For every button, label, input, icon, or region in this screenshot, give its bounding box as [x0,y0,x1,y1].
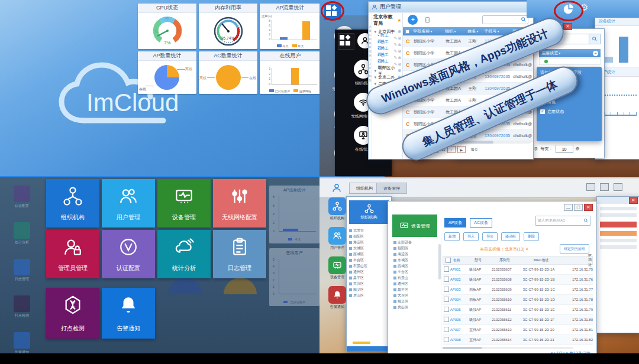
toolbar-button[interactable]: 新增 [444,232,460,241]
delete-icon[interactable]: ⊗ [398,49,401,54]
device-row[interactable]: AP001吸顶AP21023556073C-C7-99-15-2D-1A172.… [443,265,593,275]
tree-item[interactable]: 石景山 [393,275,438,281]
tile-dna[interactable]: 打点检测 [46,288,99,339]
tile-device[interactable]: 设备管理 [157,179,211,228]
toolbar-button[interactable]: 导出 [482,232,498,241]
app-logo-icon[interactable] [331,183,342,193]
tab-device[interactable]: 设备管理 [376,183,407,194]
tile-clipboard[interactable]: 日志管理 [213,230,266,278]
tab-organization[interactable]: 组织机构 [349,183,380,194]
row-checkbox[interactable] [444,277,449,282]
tree-item[interactable]: 房山区 [393,304,438,310]
caret-down-icon[interactable]: ▼ [373,76,377,79]
edit-pencil-icon[interactable]: ✎ [394,43,398,47]
tree-item[interactable]: 通州区 [349,269,389,275]
organization-tree[interactable]: 北京市朝阳区海淀区东城区西城区丰台区石景山区通州区昌平区大兴区顺义区房山区 [347,226,391,300]
add-column-icon[interactable]: + [593,51,598,56]
add-button[interactable] [408,15,418,25]
device-header[interactable]: 设备管理 [392,214,437,237]
tile-org-chart[interactable]: 组织机构 [46,179,99,228]
tree-item[interactable]: 朝阳区 [393,245,438,251]
edit-pencil-icon[interactable]: ✎ [394,36,398,41]
search-icon[interactable] [589,34,600,44]
bind-group-button[interactable]: 绑定到当前组 [560,244,589,254]
organization-header[interactable]: 组织机构 [349,200,389,224]
expand-icon[interactable]: ⊕ [398,68,402,73]
caret-down-icon[interactable]: ▼ [373,69,377,73]
tree-item[interactable]: 海淀区 [393,251,438,257]
tile-users[interactable]: 用户管理 [102,179,155,228]
sidebar-item-org-chart[interactable]: 组织机构 [327,197,348,221]
column-header[interactable]: 名称 [453,258,475,263]
tree-item[interactable]: 石景山区 [349,263,389,269]
device-row[interactable]: AP008室外AP21023556143C-C7-99-15-2D-21172.… [443,335,593,345]
delete-icon[interactable]: ⊗ [398,62,401,67]
tree-item[interactable]: 大兴区 [393,292,438,298]
device-row[interactable]: AP006吸顶AP21023556123C-C7-99-15-2D-1F172.… [443,315,593,325]
column-header[interactable]: IP地址 [588,254,592,268]
row-checkbox[interactable] [444,317,449,322]
field-checkbox-row[interactable]: ✓启用状态 [540,107,598,116]
delete-icon[interactable]: ⊗ [398,56,401,60]
vertical-scrollbar[interactable] [438,244,441,280]
row-checkbox[interactable] [444,337,449,342]
column-header[interactable]: 姓名 [466,28,483,34]
ac-devices-button[interactable]: AC设备 [470,218,492,228]
per-page-input[interactable] [556,145,573,153]
table-header-row[interactable]: 名称型号序列号MAC地址IP地址 [443,256,593,265]
sidebar-item-device[interactable]: 设备管理 [327,256,348,280]
search-icon[interactable] [583,218,589,223]
tree-item[interactable]: 东城区 [393,257,438,263]
close-icon[interactable]: ✕ [563,23,572,30]
window-icon[interactable] [600,183,609,191]
selected-group-notice[interactable]: 当前选择组：北京市(13) × [480,246,528,252]
row-checkbox[interactable] [444,327,449,332]
toolbar-button[interactable]: 导入 [463,232,479,241]
device-row[interactable]: AP005吸顶AP21023556113C-C7-99-15-2D-1E172.… [443,305,593,315]
tile-cloud-signal[interactable]: 统计分析 [157,230,211,278]
tile-bell[interactable]: 告警通知 [102,288,155,339]
device-row[interactable]: AP003面板AP21023556093C-C7-99-15-2D-1C172.… [443,285,593,295]
tree-item[interactable]: 朝阳区 [349,233,389,239]
tree-item[interactable]: 房山区 [349,292,389,298]
close-icon[interactable]: ✕ [584,204,593,211]
horizontal-scrollbar[interactable] [443,347,573,349]
row-checkbox[interactable] [444,307,449,312]
select-all-checkbox[interactable] [446,258,451,263]
grid-logo-icon[interactable] [338,33,354,50]
tile-admin-lock[interactable]: 管理员管理 [46,230,99,278]
window-icon[interactable] [614,183,622,191]
row-checkbox[interactable] [444,297,449,302]
column-header[interactable]: MAC地址 [534,258,588,263]
maximize-icon[interactable]: ▢ [574,204,583,211]
expand-icon[interactable]: ⊕ [398,29,402,34]
tile-auth-v[interactable]: 认证配置 [102,230,155,278]
window-icon[interactable] [586,183,595,191]
tree-item[interactable]: 西城区 [393,263,438,269]
sidebar-item-bell[interactable]: 告警通知 [327,286,348,310]
status-column-header[interactable]: 启用状态 ▾ + [539,49,601,57]
column-header[interactable]: 组织 [444,28,466,34]
org-root-node[interactable]: 北京市教育局★ [373,14,401,27]
tree-item[interactable]: 北京市 [349,228,389,233]
tree-item[interactable]: 东城区 [349,245,389,251]
edit-pencil-icon[interactable]: ✎ [394,49,398,54]
checkbox-checked-icon[interactable]: ✓ [540,109,545,114]
tree-item[interactable]: 全部设备 [393,239,438,245]
column-header[interactable]: 型号 [475,258,499,263]
toolbar-button[interactable]: 移动组 [501,232,520,241]
last-page-button[interactable]: ▶ [457,146,466,153]
device-row[interactable]: AP007室外AP21023556133C-C7-99-15-2D-20172.… [443,325,593,335]
ap-devices-button[interactable]: AP设备 [444,218,466,228]
minimize-icon[interactable]: — [564,204,573,211]
search-icon[interactable] [521,17,527,22]
select-all-checkbox[interactable] [405,30,409,34]
tree-item[interactable]: 顺义区 [393,298,438,304]
caret-down-icon[interactable]: ▼ [373,30,377,34]
tile-sliders[interactable]: 无线网络配置 [213,179,266,228]
row-checkbox[interactable] [444,266,449,272]
toolbar-button[interactable]: 删除 [524,232,539,241]
tree-item[interactable]: 海淀区 [349,239,389,245]
device-row[interactable]: AP004面板AP21023556103C-C7-99-15-2D-1D172.… [443,295,593,305]
close-icon[interactable]: ✕ [629,197,638,204]
